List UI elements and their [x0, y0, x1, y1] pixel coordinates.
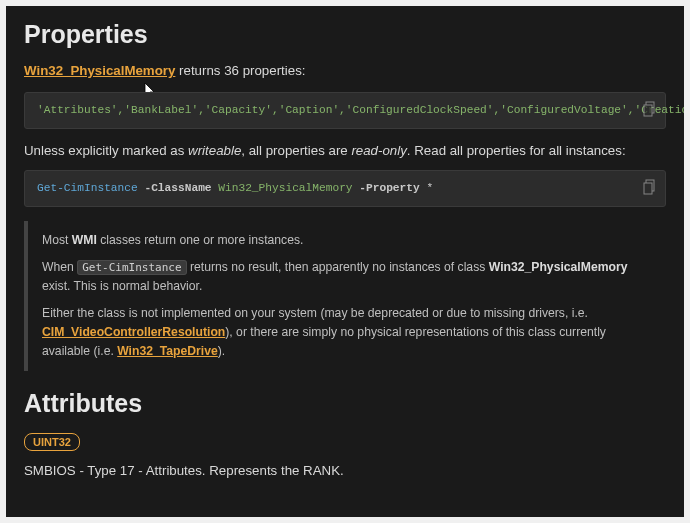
txt: returns no result, then apparently no in…: [187, 260, 489, 274]
properties-codebox: 'Attributes','BankLabel','Capacity','Cap…: [24, 92, 666, 129]
type-badge: UINT32: [24, 433, 80, 451]
doc-page: Properties Win32_PhysicalMemory returns …: [6, 6, 684, 517]
copy-icon[interactable]: [643, 101, 657, 117]
txt: classes return one or more instances.: [97, 233, 304, 247]
note-line-2: When Get-CimInstance returns no result, …: [42, 258, 654, 296]
em-writeable: writeable: [188, 143, 241, 158]
copy-icon[interactable]: [643, 179, 657, 195]
svg-rect-3: [644, 183, 652, 194]
section-title-properties: Properties: [24, 20, 666, 49]
txt: ).: [218, 344, 225, 358]
em-readonly: read-only: [351, 143, 406, 158]
wmi-strong: WMI: [72, 233, 97, 247]
info-note: Most WMI classes return one or more inst…: [24, 221, 666, 370]
intro-suffix: returns 36 properties:: [175, 63, 305, 78]
txt: exist. This is normal behavior.: [42, 279, 202, 293]
ps-param-classname: -ClassName: [144, 182, 211, 194]
class-strong: Win32_PhysicalMemory: [489, 260, 628, 274]
link-cim-videocontroller[interactable]: CIM_VideoControllerResolution: [42, 325, 225, 339]
ps-cmdlet: Get-CimInstance: [37, 182, 138, 194]
link-win32-tapedrive[interactable]: Win32_TapeDrive: [117, 344, 218, 358]
txt: . Read all properties for all instances:: [407, 143, 626, 158]
note-line-3: Either the class is not implemented on y…: [42, 304, 654, 361]
txt: Unless explicitly marked as: [24, 143, 188, 158]
txt: , all properties are: [241, 143, 351, 158]
class-link[interactable]: Win32_PhysicalMemory: [24, 63, 175, 78]
inline-code-getcim: Get-CimInstance: [77, 260, 186, 275]
attribute-description: SMBIOS - Type 17 - Attributes. Represent…: [24, 463, 666, 478]
svg-rect-1: [644, 105, 652, 116]
txt: Most: [42, 233, 72, 247]
txt: When: [42, 260, 77, 274]
readonly-text: Unless explicitly marked as writeable, a…: [24, 143, 666, 158]
intro-line: Win32_PhysicalMemory returns 36 properti…: [24, 63, 666, 78]
properties-list: 'Attributes','BankLabel','Capacity','Cap…: [37, 104, 684, 116]
txt: Either the class is not implemented on y…: [42, 306, 588, 320]
powershell-codebox: Get-CimInstance -ClassName Win32_Physica…: [24, 170, 666, 207]
ps-param-property: -Property: [359, 182, 419, 194]
section-title-attributes: Attributes: [24, 389, 666, 418]
ps-classvalue: Win32_PhysicalMemory: [218, 182, 352, 194]
ps-wildcard: *: [426, 182, 433, 194]
note-line-1: Most WMI classes return one or more inst…: [42, 231, 654, 250]
